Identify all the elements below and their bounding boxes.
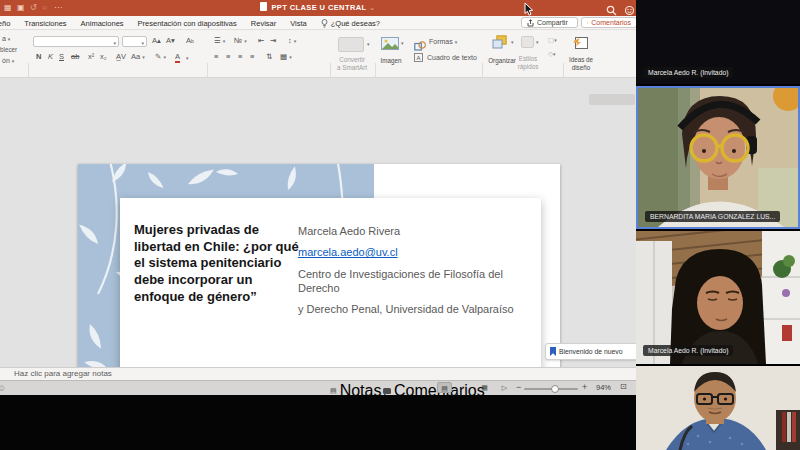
imagen-label[interactable]: Imagen <box>372 57 410 65</box>
reading-view-button[interactable]: ▦ <box>477 382 492 393</box>
fit-to-window-icon[interactable]: ⊡ <box>620 382 627 391</box>
numbering-icon[interactable]: № ▾ <box>234 36 247 45</box>
decrease-indent-icon[interactable]: ⇤ <box>258 36 264 45</box>
ribbon-clipped-3[interactable]: ón ▾ <box>2 57 14 64</box>
columns-icon[interactable]: ▦ ▾ <box>280 52 292 61</box>
strikethrough-button[interactable]: ab <box>71 52 79 61</box>
menu-tabs: Diseño Transiciones Animaciones Presenta… <box>0 16 380 30</box>
textbox-icon: A <box>414 53 423 62</box>
email-link[interactable]: marcela.aedo@uv.cl <box>298 246 398 258</box>
picture-icon[interactable] <box>381 36 399 54</box>
cuadro-texto-label[interactable]: Cuadro de texto <box>427 54 477 61</box>
scroll-gutter[interactable] <box>589 94 635 105</box>
align-right-icon[interactable]: ≡ <box>238 52 242 61</box>
ppt-titlebar: ▦ ▣ ↺ ○ ⋯ PPT CLASE U CENTRAL ⌄ <box>0 0 636 16</box>
share-button[interactable]: Compartir <box>521 17 578 28</box>
arrange-icon[interactable] <box>492 35 509 54</box>
design-ideas-label[interactable]: Ideas dediseño <box>562 56 600 72</box>
bookmark-icon <box>550 347 556 356</box>
powerpoint-doc-icon <box>260 2 267 11</box>
title-chevron-icon: ⌄ <box>369 3 376 12</box>
character-spacing-icon[interactable]: A̲V <box>116 52 126 61</box>
font-name-combo[interactable]: ▾ <box>33 36 119 47</box>
bullets-icon[interactable]: ☰ ▾ <box>214 36 225 45</box>
slide-sorter-button[interactable]: ∷ <box>457 382 472 393</box>
document-title: PPT CLASE U CENTRAL ⌄ <box>0 0 636 16</box>
superscript-button[interactable]: x² <box>88 52 94 61</box>
quick-styles-label[interactable]: Estilosrápidos <box>508 55 548 71</box>
shape-outline-icon[interactable]: ◇▾ <box>548 50 556 58</box>
feedback-smiley-icon[interactable]: ☺ <box>0 383 6 393</box>
normal-view-button[interactable]: ▤ <box>437 382 452 393</box>
notes-placeholder: Haz clic para agregar notas <box>14 369 112 378</box>
share-icon <box>527 19 534 27</box>
quick-styles-icon[interactable] <box>521 36 534 48</box>
comment-icon <box>587 19 588 27</box>
affiliation-line-2: y Derecho Penal, Universidad de Valparaí… <box>298 302 534 316</box>
ribbon-clipped-1[interactable]: a ▾ <box>2 35 10 42</box>
author-name: Marcela Aedo Rivera <box>298 224 534 238</box>
text-direction-icon[interactable]: ⇅ <box>266 52 272 61</box>
font-color-icon[interactable]: A <box>175 52 180 63</box>
subscript-button[interactable]: x₂ <box>100 52 107 61</box>
zoom-out-button[interactable]: − <box>516 382 521 392</box>
zoom-in-button[interactable]: + <box>582 382 587 392</box>
participants-panel: Marcela Aedo R. (Invitado) <box>636 0 800 450</box>
tab-transiciones[interactable]: Transiciones <box>24 19 66 28</box>
zoom-level[interactable]: 94% <box>596 383 611 392</box>
participant-tile-2-active-speaker[interactable]: BERNARDITA MARIA GONZALEZ LUS... <box>636 86 800 229</box>
shrink-font-icon[interactable]: A▾ <box>166 36 175 45</box>
highlight-color-icon[interactable]: ✎ ▾ <box>155 52 166 61</box>
tab-animaciones[interactable]: Animaciones <box>81 19 124 28</box>
smartart-icon[interactable] <box>338 37 364 52</box>
screen-share-powerpoint: ▦ ▣ ↺ ○ ⋯ PPT CLASE U CENTRAL ⌄ Diseño T… <box>0 0 636 395</box>
tab-diseno[interactable]: Diseño <box>0 19 10 28</box>
tab-presentacion-con-diapositivas[interactable]: Presentación con diapositivas <box>138 19 237 28</box>
participant-tile-1[interactable]: Marcela Aedo R. (Invitado) <box>636 0 800 84</box>
clear-format-icon[interactable]: Ab <box>186 36 194 45</box>
italic-button[interactable]: K <box>48 52 53 61</box>
zoom-slider-thumb[interactable] <box>551 385 559 393</box>
formas-label[interactable]: Formas ▾ <box>429 38 457 45</box>
convert-smartart-label[interactable]: Convertira SmartArt <box>330 56 374 72</box>
participant-tile-4[interactable] <box>636 366 800 450</box>
comments-bubble-icon <box>383 388 391 394</box>
grow-font-icon[interactable]: A▴ <box>152 36 161 45</box>
welcome-back-callout[interactable]: Bienvenido de nuevo <box>545 343 638 360</box>
lightbulb-icon <box>321 19 328 28</box>
slide-contact-textbox[interactable]: Marcela Aedo Rivera marcela.aedo@uv.cl C… <box>298 224 534 323</box>
shape-fill-icon[interactable]: ▢▾ <box>548 36 557 44</box>
ppt-ribbon: a ▾ blecer ón ▾ ▾ ▾ A▴ A▾ Ab N K S ab x²… <box>0 30 636 78</box>
video-call-window: ▦ ▣ ↺ ○ ⋯ PPT CLASE U CENTRAL ⌄ Diseño T… <box>0 0 800 450</box>
participant-video <box>638 88 798 227</box>
participant-name: Marcela Aedo R. (Invitado) <box>643 345 733 356</box>
justify-icon[interactable]: ≡ <box>250 52 254 61</box>
change-case-icon[interactable]: Aa ▾ <box>131 52 145 61</box>
line-spacing-icon[interactable]: ↕ ▾ <box>288 36 296 45</box>
participant-tile-3[interactable]: Marcela Aedo R. (Invitado) <box>636 231 800 364</box>
tab-vista[interactable]: Vista <box>290 19 307 28</box>
bold-button[interactable]: N <box>36 52 41 61</box>
tab-que-deseas[interactable]: ¿Qué deseas? <box>321 19 380 28</box>
participant-name: Marcela Aedo R. (Invitado) <box>643 67 733 78</box>
slide-text-card: Mujeres privadas de libertad en Chile: ¿… <box>120 198 541 384</box>
font-size-combo[interactable]: ▾ <box>122 36 147 47</box>
slide-title-textbox[interactable]: Mujeres privadas de libertad en Chile: ¿… <box>134 222 300 305</box>
participant-video <box>636 366 800 450</box>
ribbon-clipped-2[interactable]: blecer <box>0 46 17 53</box>
participant-name: BERNARDITA MARIA GONZALEZ LUS... <box>645 211 780 222</box>
comments-button[interactable]: Comentarios <box>581 17 637 28</box>
increase-indent-icon[interactable]: ⇥ <box>270 36 276 45</box>
align-left-icon[interactable]: ≡ <box>214 52 217 61</box>
slideshow-button[interactable]: ▷ <box>497 382 512 393</box>
align-center-icon[interactable]: ≡ <box>226 52 230 61</box>
design-ideas-icon[interactable] <box>572 36 589 54</box>
font-color-caret[interactable]: ▾ <box>186 55 189 61</box>
slide-workspace: Mujeres privadas de libertad en Chile: ¿… <box>0 78 636 367</box>
mouse-cursor <box>524 3 534 16</box>
underline-button[interactable]: S <box>59 52 64 61</box>
letterbox-strip <box>0 395 636 450</box>
tab-revisar[interactable]: Revisar <box>251 19 276 28</box>
affiliation-line-1: Centro de Investigaciones de Filosofía d… <box>298 267 534 296</box>
notes-icon: ▤ <box>330 387 337 395</box>
